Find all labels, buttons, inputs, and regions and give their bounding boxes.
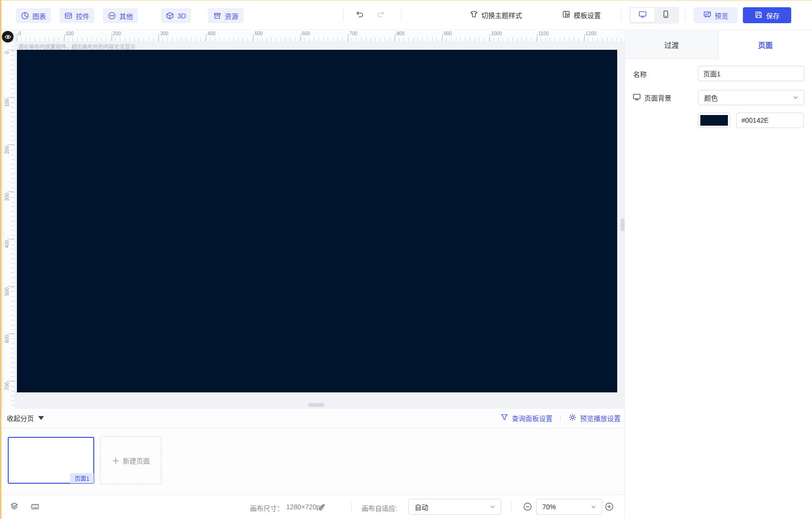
monitor-icon [638,10,647,20]
ruler-label: 200 [113,31,121,36]
collapse-pages-label: 收起分页 [7,413,34,423]
window-icon [64,12,72,20]
canvas-workspace: 0100200300400500600700800900100011001200… [0,30,624,409]
ruler-label: 700 [4,382,10,390]
pages-panel-separator [0,428,624,429]
category-button-4[interactable]: 3D [161,8,191,23]
background-color-hex-input[interactable] [736,113,804,128]
save-label: 保存 [766,11,780,20]
visibility-toggle-button[interactable] [2,31,14,43]
ruler-label: 100 [4,99,10,107]
category-button-1[interactable]: 图表 [16,8,51,23]
status-bar: 画布尺寸： 1280×720px 画布自适应: 自动 70% [0,494,624,519]
query-panel-settings-button[interactable]: 查询面板设置 [500,413,552,423]
tab-transition[interactable]: 过渡 [625,30,719,59]
collapse-pages-button[interactable]: 收起分页 [7,413,44,423]
category-label: 图表 [32,11,46,21]
save-button[interactable]: 保存 [743,7,791,23]
plus-circle-icon [605,505,614,513]
ruler-tick [7,144,14,145]
funnel-icon [500,413,508,423]
design-canvas[interactable] [17,50,617,392]
page-thumbnail-name: 页面1 [70,473,94,483]
ruler-tick [7,239,14,239]
category-button-2[interactable]: 控件 [59,8,94,23]
page-name-input[interactable] [698,66,804,81]
triangle-down-icon [38,416,44,420]
ruler-label: 300 [4,193,10,201]
eye-icon [4,33,12,41]
plus-icon: ＋ [112,454,120,466]
theme-shirt-icon [470,10,478,20]
mobile-mode-button[interactable] [654,8,678,22]
toolbar-divider [685,9,685,21]
ruler-label: 0 [18,31,21,36]
edit-canvas-size-button[interactable] [318,503,326,511]
category-label: 其他 [119,11,133,21]
background-color-swatch[interactable] [698,113,730,128]
top-toolbar: 图表控件其他3D资源 切换主题样式 模板设置 预览 保存 [0,0,812,30]
zoom-in-button[interactable] [605,502,614,511]
undo-icon [356,13,364,20]
query-panel-settings-label: 查询面板设置 [512,413,552,423]
ruler-label: 0 [4,51,10,54]
undo-button[interactable] [356,10,364,18]
horizontal-scrollbar[interactable] [308,403,324,407]
template-grid-icon [562,10,570,20]
chevron-down-icon [792,94,799,101]
preview-play-settings-label: 预览播放设置 [580,413,621,423]
redo-icon [377,13,385,20]
tab-page[interactable]: 页面 [719,30,812,59]
template-settings-button[interactable]: 模板设置 [562,10,601,20]
keyboard-icon [31,505,39,512]
toolbar-divider [401,9,402,21]
canvas-fit-value: 自动 [415,502,428,512]
component-panel-button[interactable] [31,503,39,511]
ruler-label: 1100 [538,31,549,36]
ruler-tick [537,34,537,41]
ruler-tick [7,333,14,334]
toolbar-divider [621,9,622,21]
vertical-scrollbar[interactable] [621,218,624,231]
ruler-tick [348,34,348,41]
background-type-select[interactable]: 颜色 [698,90,804,105]
device-mode-segmented-control [629,7,679,24]
gear-icon [568,413,577,423]
preview-play-settings-button[interactable]: 预览播放设置 [568,413,621,423]
toolbar-divider [343,9,344,21]
zoom-out-button[interactable] [523,502,532,511]
canvas-fit-select[interactable]: 自动 [408,499,501,515]
desktop-mode-button[interactable] [631,8,654,22]
canvas-hint-text: 请在画布内放置组件，超出画布外的内容无法显示 [18,43,135,50]
category-button-3[interactable]: 其他 [103,8,138,23]
ruler-label: 500 [4,288,10,296]
ruler-tick [301,34,301,41]
circle-more-icon [108,12,116,20]
ruler-tick [112,34,112,41]
screenshot-left-edge [0,0,1,519]
ruler-tick [584,34,585,41]
switch-theme-button[interactable]: 切换主题样式 [470,10,522,20]
zoom-level-select[interactable]: 70% [536,499,602,515]
ruler-label: 600 [302,31,310,36]
cube-icon [166,12,174,20]
layers-panel-button[interactable] [10,502,18,510]
save-floppy-icon [754,11,763,20]
statusbar-divider [511,502,511,513]
redo-button[interactable] [377,10,385,18]
ruler-tick [7,50,14,50]
preview-button[interactable]: 预览 [694,7,738,23]
template-settings-label: 模板设置 [574,10,601,20]
category-button-5[interactable]: 资源 [208,8,244,23]
monitor-small-icon [633,93,641,102]
ruler-label: 400 [4,240,10,248]
phone-icon [662,10,670,20]
ruler-tick [17,34,17,41]
ruler-tick [442,34,443,41]
new-page-button[interactable]: ＋ 新建页面 [100,436,161,484]
page-thumbnail-1[interactable]: 页面1 [8,437,94,484]
ruler-tick [7,97,14,98]
preview-label: 预览 [715,11,728,20]
pages-panel-links: 查询面板设置 预览播放设置 [500,413,621,423]
ruler-tick [206,34,206,41]
